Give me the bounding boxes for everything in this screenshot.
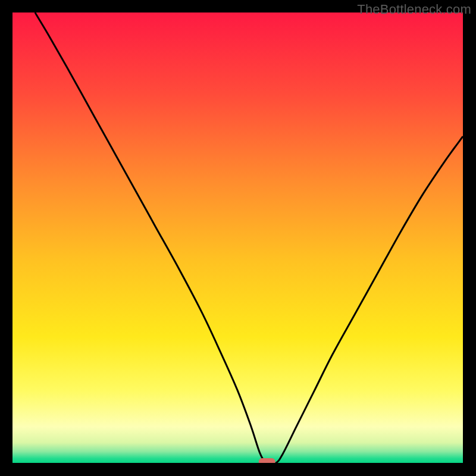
plot-area bbox=[12, 12, 463, 463]
chart-frame: TheBottleneck.com bbox=[0, 0, 476, 476]
watermark-text: TheBottleneck.com bbox=[357, 2, 471, 17]
bottleneck-chart-svg bbox=[12, 12, 463, 463]
minimum-marker bbox=[259, 458, 275, 463]
gradient-background bbox=[12, 12, 463, 463]
